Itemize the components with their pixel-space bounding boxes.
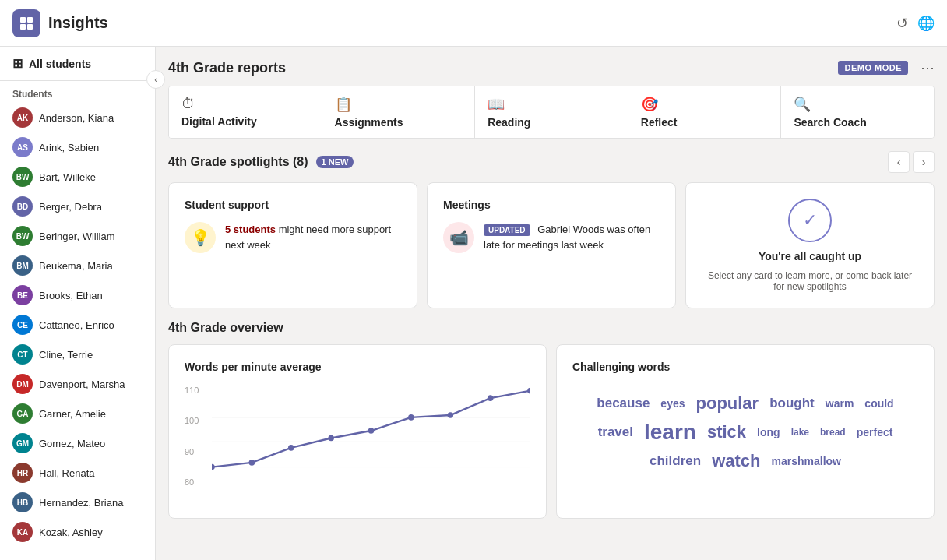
tab-label: Digital Activity: [181, 115, 257, 128]
svg-point-4: [212, 464, 215, 470]
all-students-item[interactable]: ⊞ All students: [0, 47, 155, 81]
svg-point-10: [447, 412, 453, 418]
word-item[interactable]: bought: [769, 396, 815, 411]
student-item[interactable]: BWBart, Willeke: [0, 162, 155, 192]
word-item[interactable]: could: [864, 397, 893, 410]
word-item[interactable]: lake: [791, 427, 809, 438]
student-name: Anderson, Kiana: [39, 112, 114, 124]
word-item[interactable]: warm: [826, 397, 854, 410]
student-name: Beringer, William: [39, 231, 115, 242]
tab-item[interactable]: ⏱Digital Activity: [169, 86, 322, 138]
collapse-sidebar-button[interactable]: ‹: [146, 70, 165, 89]
meetings-title: Meetings: [443, 199, 660, 211]
student-name: Gomez, Mateo: [39, 438, 105, 449]
prev-spotlight-button[interactable]: ‹: [888, 151, 910, 173]
meetings-card[interactable]: Meetings 📹 UPDATED Gabriel Woods was oft…: [427, 182, 676, 308]
tab-item[interactable]: 🔍Search Coach: [781, 86, 934, 138]
student-support-card[interactable]: Student support 💡 5 students might need …: [168, 182, 417, 308]
y-label-100: 100: [185, 416, 199, 425]
student-item[interactable]: HBHernandez, Briana: [0, 488, 155, 517]
student-item[interactable]: CTCline, Terrie: [0, 340, 155, 369]
avatar: BE: [12, 285, 33, 305]
word-item[interactable]: watch: [712, 451, 760, 471]
student-item[interactable]: GAGarner, Amelie: [0, 399, 155, 428]
avatar: BM: [12, 255, 33, 276]
word-item[interactable]: long: [757, 426, 780, 438]
student-item[interactable]: BDBerger, Debra: [0, 192, 155, 221]
student-support-title: Student support: [185, 199, 401, 211]
word-item[interactable]: travel: [598, 424, 633, 440]
word-item[interactable]: because: [597, 396, 650, 411]
tab-label: Reading: [488, 116, 530, 129]
tab-icon: ⏱: [181, 96, 195, 112]
next-spotlight-button[interactable]: ›: [913, 151, 935, 173]
spotlight-nav-arrows: ‹ ›: [888, 151, 935, 173]
caught-up-circle: ✓: [788, 199, 832, 242]
spotlights-header: 4th Grade spotlights (8) 1 NEW ‹ ›: [168, 151, 935, 173]
word-item[interactable]: stick: [707, 422, 746, 442]
student-item[interactable]: BEBrooks, Ethan: [0, 280, 155, 310]
chart-area: 110 100 90 80: [185, 386, 530, 502]
student-item[interactable]: BWBeringer, William: [0, 221, 155, 251]
word-item[interactable]: marshmallow: [772, 455, 841, 467]
tab-label: Search Coach: [794, 116, 866, 129]
student-item[interactable]: BMBeukema, Maria: [0, 251, 155, 280]
student-list: AKAnderson, KianaASArink, SabienBWBart, …: [0, 103, 155, 547]
student-item[interactable]: CECattaneo, Enrico: [0, 310, 155, 340]
header-left: Insights: [12, 9, 108, 37]
globe-button[interactable]: 🌐: [917, 15, 935, 32]
student-item[interactable]: GMGomez, Mateo: [0, 428, 155, 458]
y-label-80: 80: [185, 477, 199, 487]
tab-item[interactable]: 🎯Reflect: [628, 86, 782, 138]
student-name: Hall, Renata: [39, 467, 95, 479]
tab-label: Assignments: [335, 116, 403, 129]
avatar: HB: [12, 492, 33, 512]
student-item[interactable]: HRHall, Renata: [0, 458, 155, 488]
svg-point-9: [408, 414, 414, 421]
word-item[interactable]: popular: [696, 393, 759, 414]
main-layout: ⊞ All students Students AKAnderson, Kian…: [0, 47, 947, 560]
word-item[interactable]: children: [650, 453, 701, 469]
word-cloud: becauseeyespopularboughtwarmcouldtravell…: [572, 386, 918, 479]
avatar: DM: [12, 374, 33, 394]
caught-up-subtitle: Select any card to learn more, or come b…: [702, 270, 918, 292]
student-name: Bart, Willeke: [39, 171, 96, 183]
student-name: Hernandez, Briana: [39, 497, 123, 509]
lightbulb-icon: 💡: [185, 222, 216, 253]
meetings-content: 📹 UPDATED Gabriel Woods was often late f…: [443, 222, 660, 253]
app-logo: [12, 9, 40, 37]
student-name: Cline, Terrie: [39, 349, 93, 361]
challenging-words-card: Challenging words becauseeyespopularboug…: [556, 344, 935, 519]
word-item[interactable]: bread: [820, 427, 846, 438]
student-name: Berger, Debra: [39, 201, 102, 213]
camera-icon: 📹: [443, 222, 474, 253]
more-options-button[interactable]: ⋯: [921, 59, 935, 76]
svg-point-5: [249, 460, 255, 466]
student-item[interactable]: AKAnderson, Kiana: [0, 103, 155, 132]
avatar: KA: [12, 522, 33, 542]
y-label-90: 90: [185, 447, 199, 456]
word-item[interactable]: learn: [644, 420, 696, 445]
refresh-button[interactable]: ↺: [896, 15, 908, 32]
tab-item[interactable]: 📋Assignments: [322, 86, 476, 138]
overview-title: 4th Grade overview: [168, 321, 935, 335]
word-item[interactable]: perfect: [857, 426, 893, 438]
word-item[interactable]: eyes: [660, 397, 685, 410]
avatar: HR: [12, 463, 33, 483]
avatar: AK: [12, 107, 33, 128]
app-title: Insights: [48, 14, 108, 32]
avatar: BD: [12, 196, 33, 217]
main-content: 4th Grade reports DEMO MODE ⋯ ⏱Digital A…: [156, 47, 947, 560]
avatar: CT: [12, 344, 33, 365]
student-name: Beukema, Maria: [39, 260, 113, 272]
student-item[interactable]: ASArink, Sabien: [0, 132, 155, 162]
student-item[interactable]: DMDavenport, Marsha: [0, 369, 155, 399]
student-item[interactable]: KAKozak, Ashley: [0, 517, 155, 547]
student-name: Kozak, Ashley: [39, 527, 103, 538]
student-name: Cattaneo, Enrico: [39, 319, 114, 331]
student-name: Brooks, Ethan: [39, 290, 103, 301]
tab-item[interactable]: 📖Reading: [475, 86, 628, 138]
svg-point-11: [488, 395, 494, 401]
avatar: GA: [12, 403, 33, 424]
svg-point-8: [368, 428, 375, 434]
